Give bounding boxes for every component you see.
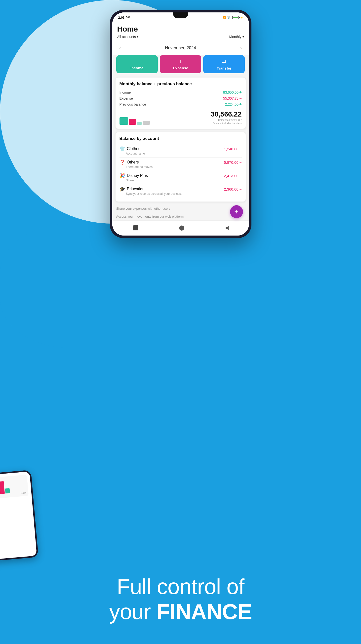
others-icon: ❓ [120,160,125,165]
period-chevron-icon: ▾ [242,35,244,38]
balance-rows: Income 83,650.00+ Expense 55,307.78− Pre… [120,90,242,107]
total-section: 30,566.22 Calculated with: EUR Balance i… [120,110,242,125]
action-buttons-row: ↑ Income ↓ Expense ⇄ Transfer [112,55,249,77]
accounts-chevron-icon: ▾ [137,35,138,38]
expense-label: Expense [173,66,188,70]
signal-icon: 📶 [222,16,226,19]
fab-add-button[interactable]: + [230,205,243,218]
expense-row: Expense 55,307.78− [120,96,242,101]
transfer-label: Transfer [217,66,231,70]
total-amount-section: 30,566.22 Calculated with: EUR Balance i… [211,110,242,125]
status-time: 2:03 PM [118,16,130,20]
education-value: 2,360.00 − [224,187,242,191]
mini-chart [120,116,150,125]
clothes-sub: Account name [126,152,242,155]
income-icon: ↑ [136,59,138,64]
fab-plus-icon: + [234,208,238,216]
main-phone: 2:03 PM 📶 📡 ⚡ Home ≡ [110,10,252,238]
expense-row-label: Expense [120,96,133,100]
education-icon: 🎓 [120,186,125,192]
chart-bar-expense [129,119,136,125]
monthly-balance-card: Monthly balance + previous balance Incom… [115,77,246,129]
notch [173,12,188,18]
disney-name: Disney Plus [127,174,148,178]
chart-bar-transfer [137,122,142,125]
total-note-line2: Balance includes transfers [211,122,242,125]
app-header: Home ≡ All accounts ▾ Monthly ▾ [112,22,249,43]
transfer-icon: ⇄ [222,59,226,64]
tagline-line1: Full control of [117,574,244,599]
total-note-line1: Calculated with: EUR [211,119,242,122]
info-line-web: Access your movements from our web platf… [112,213,249,221]
nav-home-button[interactable]: ⬤ [175,224,188,232]
income-row-label: Income [120,90,131,94]
current-date-label: November, 2024 [165,46,196,50]
balance-by-account-card: Balance by account 👕 Clothes 1,240.00 − … [115,132,246,202]
clothes-icon: 👕 [120,146,125,152]
clothes-value: 1,240.00 − [224,147,242,151]
chart-bar-other [143,121,150,125]
disney-value: 2,413.00 − [224,174,242,178]
income-button[interactable]: ↑ Income [116,55,158,73]
prev-balance-label: Previous balance [120,102,146,106]
secondary-chart: 10,000 [0,475,28,500]
status-icons: 📶 📡 ⚡ [222,16,243,19]
accounts-filter[interactable]: All accounts ▾ [117,35,138,39]
balance-by-account-title: Balance by account [120,136,242,141]
account-item-education[interactable]: 🎓 Education 2,360.00 − Sync your records… [120,184,242,198]
disney-sub: Share [126,179,242,182]
education-name: Education [127,187,144,191]
secondary-phone: 10,000 [0,470,38,562]
app-title: Home [117,25,138,33]
income-row: Income 83,650.00+ [120,90,242,96]
hamburger-menu-icon[interactable]: ≡ [241,26,244,32]
battery-icon [232,16,239,19]
charging-icon: ⚡ [240,16,243,19]
expense-button[interactable]: ↓ Expense [160,55,201,73]
others-value: 5,870.00 − [224,160,242,164]
accounts-filter-label: All accounts [117,35,136,39]
nav-back-button[interactable]: ◀ [221,224,232,232]
bottom-tagline: Full control of your FINANCE [0,574,361,624]
transfer-button[interactable]: ⇄ Transfer [203,55,245,73]
education-sub: Sync your records across all your device… [126,192,242,196]
account-item-clothes[interactable]: 👕 Clothes 1,240.00 − Account name [120,144,242,158]
wifi-icon: 📡 [227,16,230,19]
info-line-share: Share your expenses with other users. [112,205,249,213]
chart-bar-income [120,117,128,125]
date-navigation: ‹ November, 2024 › [112,43,249,55]
nav-stop-button[interactable]: ⬛ [128,224,142,232]
monthly-balance-title: Monthly balance + previous balance [120,82,242,86]
next-date-button[interactable]: › [238,44,244,52]
account-item-others[interactable]: ❓ Others 5,870.00 − There are no moves! [120,158,242,171]
prev-balance-row: Previous balance 2,224.00+ [120,101,242,107]
income-row-value: 83,650.00+ [223,90,242,95]
others-sub: There are no moves! [126,165,242,169]
account-item-disney[interactable]: 🎉 Disney Plus 2,413.00 − Share [120,171,242,184]
tagline-line2-normal: your [109,599,156,624]
expense-icon: ↓ [179,59,182,64]
disney-icon: 🎉 [120,173,125,178]
bottom-navigation: ⬛ ⬤ ◀ [112,220,249,236]
expense-row-value: 55,307.78− [223,96,242,100]
clothes-name: Clothes [127,146,140,151]
total-amount: 30,566.22 [211,110,242,118]
tagline-line2-bold: FINANCE [156,599,252,624]
period-filter[interactable]: Monthly ▾ [229,35,244,39]
prev-balance-value: 2,224.00+ [225,102,242,106]
period-filter-label: Monthly [229,35,241,39]
income-label: Income [130,66,144,70]
status-bar: 2:03 PM 📶 📡 ⚡ [112,12,249,22]
prev-date-button[interactable]: ‹ [117,44,123,52]
others-name: Others [127,160,139,164]
